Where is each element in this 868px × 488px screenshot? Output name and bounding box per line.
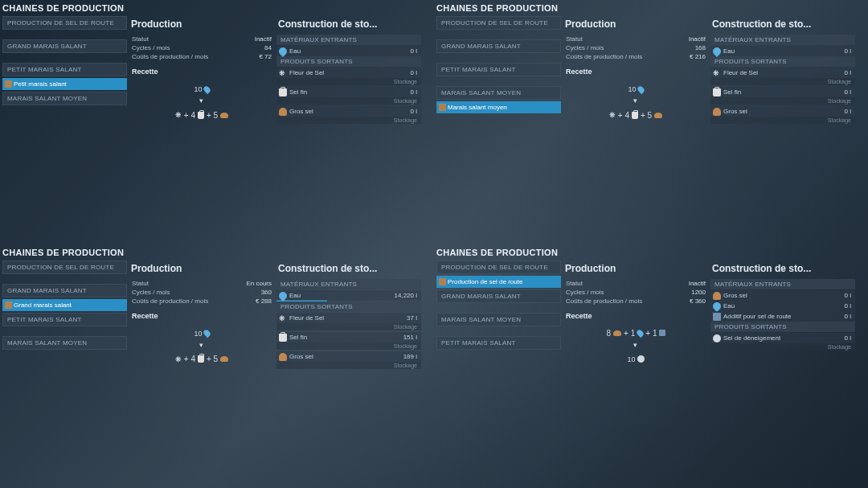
recipe-qty: 10 (627, 355, 635, 363)
material-value: 0 l (845, 69, 851, 76)
sidebar-category-header[interactable]: GRAND MARAIS SALANT (2, 39, 127, 53)
material-name: Sel de déneigement (723, 334, 780, 342)
water-drop-icon (202, 84, 211, 93)
stat-label: Cycles / mois (566, 44, 604, 51)
sidebar-category-header[interactable]: GRAND MARAIS SALANT (2, 284, 127, 297)
sidebar-building-item[interactable]: Grand marais salant (2, 299, 127, 311)
chains-title: CHAINES DE PRODUCTION (436, 3, 866, 13)
recipe-op: + 5 (640, 111, 653, 120)
additive-icon (659, 330, 665, 336)
production-stat-row: Cycles / mois84 (129, 43, 274, 52)
sidebar-category-header[interactable]: PRODUCTION DE SEL DE ROUTE (436, 260, 561, 274)
material-name: Eau (723, 47, 735, 55)
material-stock-label: Stockage (710, 78, 855, 85)
materials-header: PRODUITS SORTANTS (710, 56, 855, 67)
material-row[interactable]: Gros sel0 l (710, 106, 855, 117)
material-name: Fleur de Sel (289, 69, 324, 76)
sidebar-category-header[interactable]: PETIT MARAIS SALANT (436, 63, 561, 76)
material-value: 0 l (845, 292, 851, 299)
recipe-op: + 1 (623, 329, 636, 338)
stat-label: Statut (566, 280, 583, 287)
production-stat-row: Cycles / mois360 (129, 288, 274, 297)
sidebar-category-header[interactable]: PRODUCTION DE SEL DE ROUTE (436, 16, 561, 30)
sidebar-item-label: Grand marais salant (14, 301, 72, 309)
sidebar-category-header[interactable]: PETIT MARAIS SALANT (436, 336, 561, 350)
material-row[interactable]: Sel fin151 l (276, 332, 421, 342)
recipe-heading: Recette (132, 68, 274, 76)
stat-value: € 216 (690, 53, 706, 60)
salt-bag-icon (279, 88, 287, 96)
material-row[interactable]: ❋Fleur de Sel37 l (276, 313, 421, 323)
salt-flake-icon: ❋ (609, 111, 616, 119)
stat-value: 84 (264, 44, 272, 51)
production-stat-row: StatutInactif (129, 35, 274, 43)
sidebar-item-label: GRAND MARAIS SALANT (7, 43, 87, 50)
materials-header: MATÉRIAUX ENTRANTS (710, 279, 855, 289)
material-value: 0 l (845, 47, 851, 55)
material-row[interactable]: Sel fin0 l (710, 87, 855, 97)
sidebar-item-label: PRODUCTION DE SEL DE ROUTE (441, 264, 548, 271)
salt-pile-icon (713, 108, 721, 116)
sidebar-building-item[interactable]: Petit marais salant (2, 78, 127, 90)
sidebar-category-header[interactable]: PETIT MARAIS SALANT (2, 313, 127, 326)
material-row[interactable]: Eau0 l (710, 301, 855, 311)
sidebar-category-header[interactable]: GRAND MARAIS SALANT (436, 39, 561, 53)
sidebar-item-label: Production de sel de route (448, 278, 522, 285)
stock-title: Construction de sto... (712, 18, 855, 30)
sidebar-category-header[interactable]: MARAIS SALANT MOYEN (436, 313, 561, 326)
stat-label: Statut (132, 35, 149, 43)
material-row[interactable]: Gros sel189 l (276, 351, 421, 362)
material-stock-label: Stockage (276, 97, 421, 105)
material-name: Sel fin (723, 88, 741, 96)
sidebar-category-header[interactable]: MARAIS SALANT MOYEN (2, 92, 127, 105)
salt-pile-icon (713, 292, 721, 300)
sidebar-building-item[interactable]: Production de sel de route (436, 276, 561, 288)
material-row[interactable]: ❋Fleur de Sel0 l (710, 68, 855, 78)
salt-pile-icon (220, 113, 228, 118)
stock-title: Construction de sto... (278, 263, 421, 274)
production-stat-row: Coûts de production / mois€ 72 (129, 52, 274, 61)
material-value: 0 l (411, 69, 417, 76)
sidebar-category-header[interactable]: PETIT MARAIS SALANT (2, 63, 127, 76)
sidebar-building-item[interactable]: Marais salant moyen (436, 101, 561, 113)
stat-value: 360 (261, 289, 272, 296)
production-stat-row: StatutInactif (563, 35, 708, 43)
building-icon (439, 104, 446, 111)
sidebar-category-header[interactable]: MARAIS SALANT MOYEN (436, 86, 561, 100)
stat-value: Inactif (689, 35, 706, 43)
recipe-heading: Recette (132, 312, 274, 320)
material-name: Gros sel (723, 108, 747, 115)
materials-header: MATÉRIAUX ENTRANTS (710, 35, 855, 45)
material-row[interactable]: Eau0 l (276, 46, 421, 56)
production-stat-row: Coûts de production / mois€ 360 (563, 297, 708, 306)
recipe-display: 10▾❋+ 4+ 5 (563, 80, 708, 121)
material-stock-label: Stockage (276, 323, 421, 330)
chains-title: CHAINES DE PRODUCTION (2, 3, 432, 13)
material-row[interactable]: Additif pour sel de route0 l (710, 311, 855, 322)
stat-label: Coûts de production / mois (132, 297, 208, 305)
water-drop-icon (636, 84, 645, 93)
sidebar-category-header[interactable]: PRODUCTION DE SEL DE ROUTE (2, 16, 127, 30)
sidebar-category-header[interactable]: MARAIS SALANT MOYEN (2, 336, 127, 350)
material-row[interactable]: Gros sel0 l (710, 290, 855, 301)
material-stock-label: Stockage (710, 97, 855, 105)
material-stock-label: Stockage (276, 342, 421, 350)
material-row[interactable]: Gros sel0 l (276, 106, 421, 117)
road-salt-icon (713, 334, 721, 342)
material-row[interactable]: Eau14,220 l (276, 290, 421, 301)
stat-value: Inactif (689, 280, 706, 287)
sidebar-category-header[interactable]: PRODUCTION DE SEL DE ROUTE (2, 260, 127, 274)
material-name: Gros sel (723, 292, 747, 299)
material-row[interactable]: ❋Fleur de Sel0 l (276, 68, 421, 78)
salt-bag-icon (632, 112, 638, 119)
sidebar-category-header[interactable]: GRAND MARAIS SALANT (436, 289, 561, 303)
sidebar-item-label: PETIT MARAIS SALANT (441, 66, 516, 73)
material-row[interactable]: Eau0 l (710, 46, 855, 56)
arrow-down-icon: ▾ (563, 96, 708, 105)
sidebar-item-label: GRAND MARAIS SALANT (441, 43, 521, 50)
production-stat-row: Cycles / mois1200 (563, 288, 708, 297)
material-row[interactable]: Sel fin0 l (276, 87, 421, 97)
sidebar-item-label: PETIT MARAIS SALANT (7, 66, 82, 73)
material-row[interactable]: Sel de déneigement0 l (710, 333, 855, 343)
material-value: 0 l (411, 88, 417, 96)
